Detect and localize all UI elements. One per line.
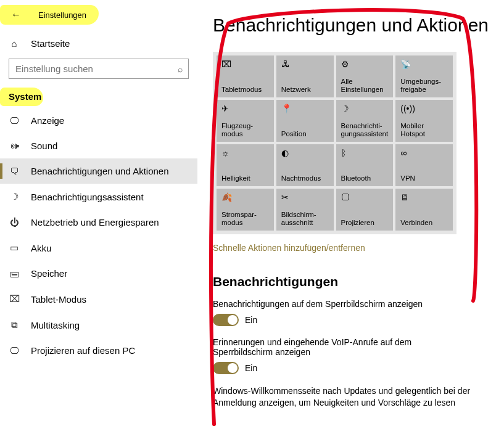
quick-action-airplane[interactable]: ✈Flugzeug-modus	[217, 100, 274, 142]
quick-action-label: Bluetooth	[341, 174, 389, 182]
quick-action-snip[interactable]: ✂Bildschirm-ausschnitt	[276, 189, 334, 231]
moon-icon: ☽	[341, 104, 389, 113]
quick-action-project[interactable]: 🖵Projizieren	[336, 189, 394, 231]
nav-item-battery[interactable]: ▭Akku	[0, 235, 197, 261]
storage-icon: 🖴	[9, 268, 20, 279]
connect-icon: 🖥	[400, 192, 448, 202]
battery-icon: ▭	[9, 242, 20, 253]
nav-item-label: Benachrichtigungen und Aktionen	[31, 166, 169, 176]
quick-action-label: Stromspar-modus	[221, 211, 269, 227]
quick-action-tablet[interactable]: ⌧Tabletmodus	[217, 55, 274, 97]
nav-item-label: Netzbetrieb und Energiesparen	[31, 217, 159, 227]
nav-item-label: Projizieren auf diesen PC	[31, 345, 135, 356]
quick-action-label: Netzwerk	[281, 86, 329, 94]
setting-voip-reminders: Erinnerungen und eingehende VoIP-Anrufe …	[213, 337, 472, 374]
focus-assist-icon: ☽	[9, 191, 20, 202]
add-remove-quick-actions-link[interactable]: Schnelle Aktionen hinzufügen/entfernen	[213, 243, 365, 253]
nav-item-label: Akku	[31, 243, 51, 253]
nav-item-sound[interactable]: 🕪Sound	[0, 133, 197, 158]
setting-label: Benachrichtigungen auf dem Sperrbildschi…	[213, 299, 472, 309]
nav-item-label: Multitasking	[31, 320, 80, 330]
nav-item-storage[interactable]: 🖴Speicher	[0, 261, 197, 286]
quick-actions-panel: ⌧Tabletmodus🖧Netzwerk⚙Alle Einstellungen…	[213, 52, 456, 234]
tablet-icon: ⌧	[9, 293, 20, 305]
tablet-icon: ⌧	[221, 59, 269, 69]
home-icon: ⌂	[9, 38, 20, 49]
home-button[interactable]: ⌂ Startseite	[0, 32, 197, 55]
quick-action-battery-saver[interactable]: 🍂Stromspar-modus	[217, 189, 274, 231]
quick-action-nearby-share[interactable]: 📡Umgebungs-freigabe	[395, 55, 453, 97]
toggle-state: Ein	[245, 363, 257, 373]
brightness-icon: ☼	[221, 148, 269, 158]
quick-action-label: Alle Einstellungen	[341, 78, 389, 94]
nav-item-focus-assist[interactable]: ☽Benachrichtigungsassistent	[0, 184, 197, 210]
back-icon: ←	[11, 9, 21, 20]
nav-item-tablet[interactable]: ⌧Tablet-Modus	[0, 286, 197, 312]
search-icon: ⌕	[178, 64, 183, 74]
quick-action-moon[interactable]: ☽Benachrichti-gungsassistent	[336, 100, 394, 142]
app-title: Einstellungen	[38, 10, 86, 20]
airplane-icon: ✈	[221, 104, 269, 113]
project-icon: 🖵	[341, 192, 389, 202]
gear-icon: ⚙	[341, 59, 389, 69]
section-title: System	[0, 86, 197, 108]
toggle-lockscreen-notifications[interactable]	[213, 314, 239, 326]
quick-action-label: Mobiler Hotspot	[400, 122, 448, 138]
quick-action-label: Bildschirm-ausschnitt	[281, 211, 329, 227]
toggle-state: Ein	[245, 315, 257, 325]
quick-action-connect[interactable]: 🖥Verbinden	[395, 189, 453, 231]
network-icon: 🖧	[281, 59, 329, 69]
quick-action-label: VPN	[400, 174, 448, 182]
section-title-text: System	[9, 91, 41, 102]
battery-saver-icon: 🍂	[221, 192, 269, 202]
quick-action-gear[interactable]: ⚙Alle Einstellungen	[336, 55, 394, 97]
multitasking-icon: ⧉	[9, 319, 20, 330]
quick-action-label: Nachtmodus	[281, 174, 329, 182]
quick-action-label: Tabletmodus	[221, 86, 269, 94]
nav-item-multitasking[interactable]: ⧉Multitasking	[0, 312, 197, 338]
setting-label: Erinnerungen und eingehende VoIP-Anrufe …	[213, 337, 472, 357]
nav-item-project[interactable]: 🖵Projizieren auf diesen PC	[0, 338, 197, 363]
hotspot-icon: ((•))	[400, 104, 448, 113]
vpn-icon: ∞	[400, 148, 448, 158]
sidebar: ← Einstellungen ⌂ Startseite ⌕ System 🖵A…	[0, 0, 197, 434]
quick-action-vpn[interactable]: ∞VPN	[395, 144, 453, 186]
nav-item-label: Benachrichtigungsassistent	[31, 192, 144, 202]
nav-item-notifications[interactable]: 🗨Benachrichtigungen und Aktionen	[0, 158, 197, 184]
search-input[interactable]	[9, 59, 189, 79]
nav-item-label: Tablet-Modus	[31, 294, 86, 305]
setting-welcome-page-label: Windows-Willkommensseite nach Updates un…	[213, 385, 472, 409]
setting-lockscreen-notifications: Benachrichtigungen auf dem Sperrbildschi…	[213, 299, 472, 326]
sound-icon: 🕪	[9, 141, 20, 151]
display-icon: 🖵	[9, 115, 20, 126]
header-row: ← Einstellungen	[0, 5, 197, 32]
quick-action-label: Verbinden	[400, 219, 448, 227]
snip-icon: ✂	[281, 192, 329, 202]
back-button[interactable]: ←	[9, 7, 23, 22]
nav-item-power[interactable]: ⏻Netzbetrieb und Energiesparen	[0, 210, 197, 235]
power-icon: ⏻	[9, 217, 20, 227]
quick-action-label: Helligkeit	[221, 174, 269, 182]
nav-item-label: Sound	[31, 141, 57, 151]
quick-action-label: Benachrichti-gungsassistent	[341, 122, 389, 138]
main-content: Benachrichtigungen und Aktionen ⌧Tabletm…	[213, 0, 504, 434]
toggle-voip-reminders[interactable]	[213, 362, 239, 374]
night-light-icon: ◐	[281, 148, 329, 158]
quick-action-brightness[interactable]: ☼Helligkeit	[217, 144, 274, 186]
search-box: ⌕	[9, 59, 189, 79]
nav-item-label: Anzeige	[31, 115, 64, 126]
quick-action-bluetooth[interactable]: ᛒBluetooth	[336, 144, 394, 186]
location-icon: 📍	[281, 104, 329, 113]
quick-action-label: Umgebungs-freigabe	[400, 78, 448, 94]
bluetooth-icon: ᛒ	[341, 148, 389, 158]
notifications-heading: Benachrichtigungen	[213, 274, 499, 289]
nav-list: 🖵Anzeige🕪Sound🗨Benachrichtigungen und Ak…	[0, 108, 197, 363]
quick-action-location[interactable]: 📍Position	[276, 100, 334, 142]
nav-item-label: Speicher	[31, 268, 67, 279]
quick-action-hotspot[interactable]: ((•))Mobiler Hotspot	[395, 100, 453, 142]
notifications-icon: 🗨	[9, 166, 20, 176]
nav-item-display[interactable]: 🖵Anzeige	[0, 108, 197, 133]
quick-action-night-light[interactable]: ◐Nachtmodus	[276, 144, 334, 186]
nearby-share-icon: 📡	[400, 59, 448, 69]
quick-action-network[interactable]: 🖧Netzwerk	[276, 55, 334, 97]
